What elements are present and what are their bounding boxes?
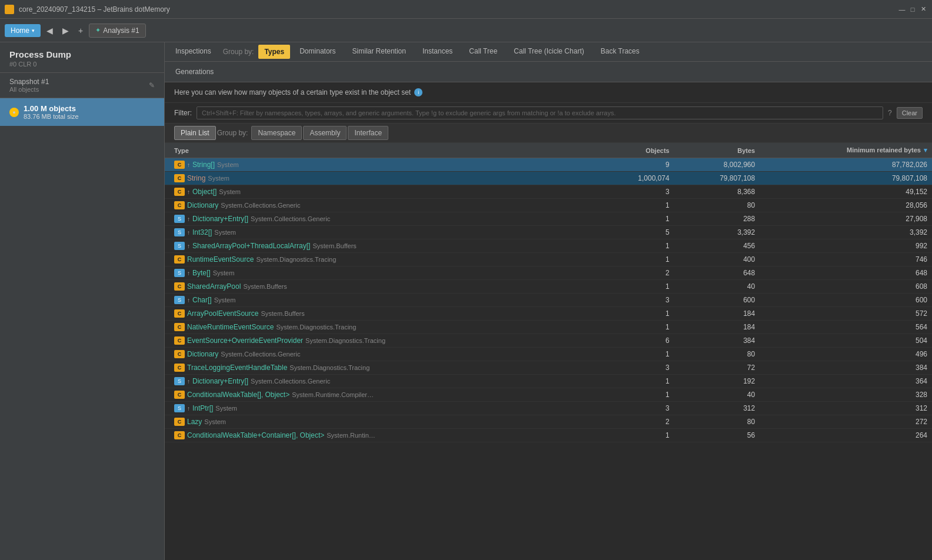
cell-type: C Dictionary System.Collections.Generic — [165, 348, 596, 361]
nav-back-button[interactable]: ◀ — [43, 24, 56, 38]
nav-add-button[interactable]: + — [75, 24, 86, 38]
tab-call-tree-icicle[interactable]: Call Tree (Icicle Chart) — [505, 42, 592, 61]
cell-min-retained: 3,392 — [760, 226, 932, 239]
table-row[interactable]: C ConditionalWeakTable+Container[], Obje… — [165, 429, 932, 442]
cell-objects: 3 — [596, 294, 674, 307]
col-objects[interactable]: Objects — [596, 143, 674, 158]
pinned-icon: ↑ — [187, 378, 190, 385]
home-label: Home — [11, 26, 29, 35]
process-subtitle: #0 CLR 0 — [9, 61, 155, 68]
type-icon: C — [174, 364, 185, 372]
types-table-container[interactable]: Type Objects Bytes Minimum retained byte… — [165, 143, 932, 560]
table-row[interactable]: C EventSource+OverrideEventProvider Syst… — [165, 334, 932, 348]
table-row[interactable]: S ↑ Dictionary+Entry[] System.Collection… — [165, 212, 932, 226]
type-name: String[] — [192, 161, 215, 169]
type-icon: S — [174, 404, 185, 412]
subtab-assembly[interactable]: Assembly — [303, 126, 347, 140]
table-row[interactable]: S ↑ IntPtr[] System 3 312 312 — [165, 402, 932, 415]
tab-back-traces[interactable]: Back Traces — [593, 42, 648, 61]
cell-min-retained: 504 — [760, 334, 932, 348]
cell-objects: 1 — [596, 280, 674, 294]
second-tabs-bar: Generations — [165, 62, 932, 82]
table-row[interactable]: C ConditionalWeakTable[], Object> System… — [165, 388, 932, 402]
table-row[interactable]: C Dictionary System.Collections.Generic … — [165, 348, 932, 361]
tab-instances[interactable]: Instances — [414, 42, 461, 61]
table-row[interactable]: C TraceLoggingEventHandleTable System.Di… — [165, 361, 932, 375]
minimize-button[interactable]: — — [898, 5, 906, 14]
objects-count: 1.00 M objects — [24, 104, 79, 113]
type-name: SharedArrayPool — [187, 282, 241, 291]
namespace-name: System — [204, 418, 226, 425]
maximize-button[interactable]: □ — [908, 5, 917, 14]
subtab-plain-list[interactable]: Plain List — [174, 126, 216, 140]
cell-objects: 1 — [596, 307, 674, 321]
table-row[interactable]: C NativeRuntimeEventSource System.Diagno… — [165, 321, 932, 334]
nav-forward-button[interactable]: ▶ — [59, 24, 72, 38]
sidebar-objects-item[interactable]: ● 1.00 M objects 83.76 MB total size — [0, 98, 164, 126]
table-row[interactable]: C ArrayPoolEventSource System.Buffers 1 … — [165, 307, 932, 321]
table-row[interactable]: S ↑ Dictionary+Entry[] System.Collection… — [165, 375, 932, 388]
table-row[interactable]: C RuntimeEventSource System.Diagnostics.… — [165, 253, 932, 266]
close-button[interactable]: ✕ — [919, 5, 927, 14]
snapshot-edit-icon[interactable]: ✎ — [149, 81, 155, 89]
pinned-icon: ↑ — [187, 405, 190, 412]
table-row[interactable]: S ↑ Byte[] System 2 648 648 — [165, 266, 932, 280]
tab-inspections[interactable]: Inspections — [167, 42, 219, 61]
table-row[interactable]: C ↑ String[] System 9 8,002,960 87,782,0… — [165, 158, 932, 172]
analysis-tab-button[interactable]: ✦ Analysis #1 — [89, 24, 145, 38]
cell-type: S ↑ Dictionary+Entry[] System.Collection… — [165, 375, 596, 388]
namespace-name: System.Collections.Generic — [251, 378, 330, 385]
objects-icon: ● — [9, 108, 19, 117]
cell-bytes: 648 — [674, 266, 760, 280]
filter-input[interactable] — [197, 106, 883, 119]
cell-type: S ↑ Char[] System — [165, 294, 596, 307]
titlebar: core_20240907_134215 – JetBrains dotMemo… — [0, 0, 932, 19]
col-min-retained[interactable]: Minimum retained bytes ▾ — [760, 143, 932, 158]
cell-objects: 1 — [596, 375, 674, 388]
table-row[interactable]: C SharedArrayPool System.Buffers 1 40 60… — [165, 280, 932, 294]
tab-types[interactable]: Types — [258, 45, 290, 59]
table-row[interactable]: S ↑ Int32[] System 5 3,392 3,392 — [165, 226, 932, 239]
tab-dominators[interactable]: Dominators — [291, 42, 344, 61]
home-dropdown-icon[interactable]: ▾ — [32, 28, 35, 34]
namespace-name: System.Diagnostics.Tracing — [305, 337, 385, 344]
cell-objects: 2 — [596, 266, 674, 280]
cell-min-retained: 608 — [760, 280, 932, 294]
home-button[interactable]: Home ▾ — [5, 24, 41, 37]
namespace-name: System.Runtime.Compiler… — [292, 391, 374, 398]
filter-clear-button[interactable]: Clear — [897, 107, 923, 119]
cell-min-retained: 328 — [760, 388, 932, 402]
table-row[interactable]: S ↑ SharedArrayPool+ThreadLocalArray[] S… — [165, 239, 932, 253]
namespace-name: System.Buffers — [312, 242, 356, 249]
table-row[interactable]: C Lazy System 2 80 272 — [165, 415, 932, 429]
main-layout: Process Dump #0 CLR 0 Snapshot #1 All ob… — [0, 42, 932, 560]
col-type[interactable]: Type — [165, 143, 596, 158]
type-icon: C — [174, 161, 185, 169]
sort-arrow-icon: ▾ — [924, 146, 927, 154]
cell-type: S ↑ Byte[] System — [165, 266, 596, 280]
tab-similar-retention[interactable]: Similar Retention — [344, 42, 414, 61]
cell-type: C String System — [165, 172, 596, 185]
cell-min-retained: 87,782,026 — [760, 158, 932, 172]
cell-type: C ConditionalWeakTable+Container[], Obje… — [165, 429, 596, 442]
subtab-namespace[interactable]: Namespace — [251, 126, 302, 140]
filter-help-icon[interactable]: ? — [888, 109, 892, 117]
cell-bytes: 79,807,108 — [674, 172, 760, 185]
namespace-name: System.Collections.Generic — [251, 215, 330, 222]
table-row[interactable]: S ↑ Char[] System 3 600 600 — [165, 294, 932, 307]
table-row[interactable]: C ↑ Object[] System 3 8,368 49,152 — [165, 185, 932, 199]
tab-generations[interactable]: Generations — [167, 63, 222, 82]
tab-call-tree[interactable]: Call Tree — [461, 42, 505, 61]
namespace-name: System.Collections.Generic — [221, 351, 300, 358]
cell-min-retained: 364 — [760, 375, 932, 388]
type-icon: C — [174, 391, 185, 399]
table-row[interactable]: C Dictionary System.Collections.Generic … — [165, 199, 932, 212]
cell-min-retained: 79,807,108 — [760, 172, 932, 185]
subtab-interface[interactable]: Interface — [348, 126, 388, 140]
col-bytes[interactable]: Bytes — [674, 143, 760, 158]
type-icon: S — [174, 228, 185, 236]
table-row[interactable]: C String System 1,000,074 79,807,108 79,… — [165, 172, 932, 185]
content-area: Inspections Group by: Types Dominators S… — [165, 42, 932, 560]
cell-bytes: 8,368 — [674, 185, 760, 199]
cell-min-retained: 992 — [760, 239, 932, 253]
